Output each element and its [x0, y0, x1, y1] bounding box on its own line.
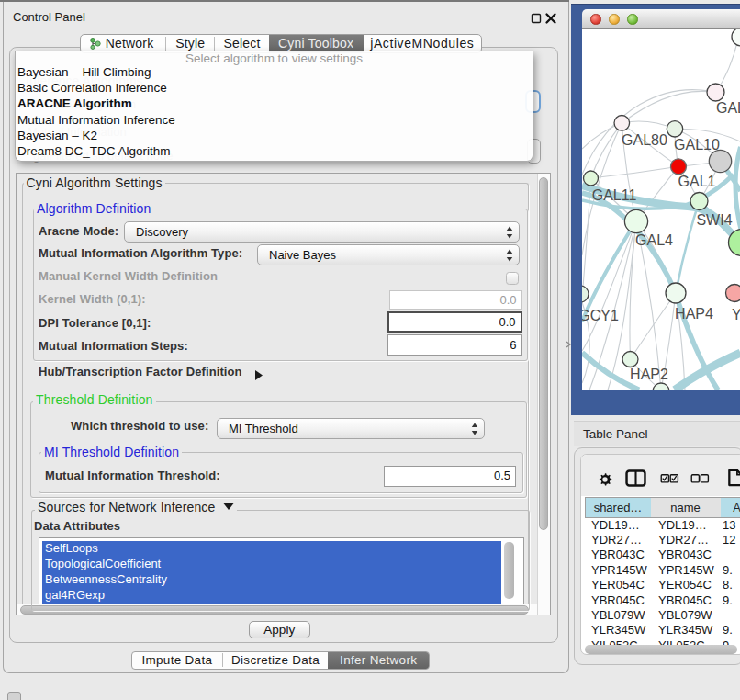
svg-text:GAL10: GAL10 — [674, 137, 720, 152]
svg-text:HAP2: HAP2 — [630, 367, 668, 382]
svg-text:SWI4: SWI4 — [696, 212, 732, 228]
svg-text:YM: YM — [732, 307, 740, 322]
svg-text:HAP4: HAP4 — [675, 306, 713, 322]
svg-text:GAL4: GAL4 — [635, 232, 673, 248]
svg-text:GCY1: GCY1 — [582, 308, 619, 323]
svg-text:GAL1: GAL1 — [678, 174, 715, 189]
svg-text:GAL80: GAL80 — [622, 132, 667, 148]
svg-text:GAL11: GAL11 — [591, 187, 636, 203]
svg-text:GAL2: GAL2 — [716, 100, 740, 116]
